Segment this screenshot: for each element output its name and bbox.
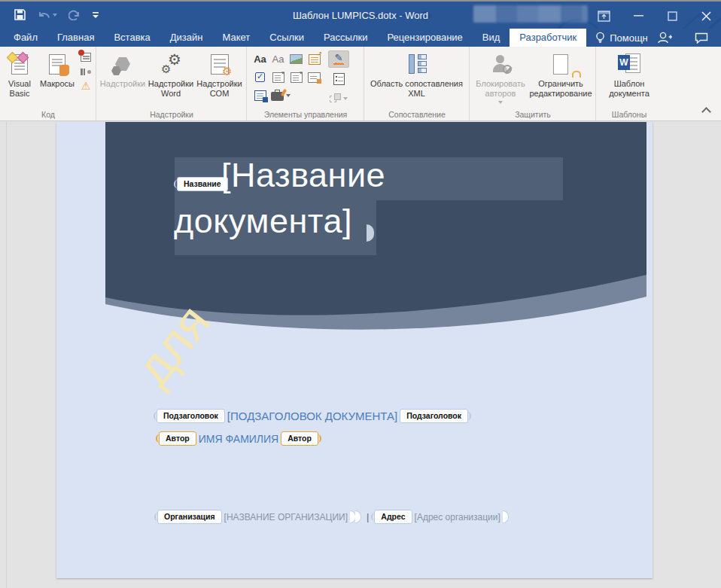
window-controls — [598, 2, 712, 30]
author-content-control: Автор ИМЯ ФАМИЛИЯ Автор — [159, 431, 318, 446]
word-app-window: { "titlebar": { "title": "Шаблон LUMPICS… — [0, 0, 721, 588]
word-addins-button[interactable]: ⚙ ⚙ Надстройки Word — [146, 49, 196, 101]
block-authors-button: Блокировать авторов — [473, 49, 528, 106]
word-addins-icon: ⚙ ⚙ — [158, 51, 184, 77]
code-small-buttons: ⚠ — [78, 49, 93, 94]
document-title-line1[interactable]: [Название — [221, 156, 385, 195]
design-mode-button[interactable]: ✎ — [328, 50, 349, 68]
share-person-icon[interactable] — [657, 32, 672, 44]
checkbox-control-button[interactable]: ✓ — [251, 69, 269, 86]
blurred-account-area — [473, 5, 588, 23]
group-label-addins: Надстройки — [96, 110, 247, 119]
tab-file[interactable]: Файл — [4, 29, 47, 47]
organization-placeholder-text[interactable]: [НАЗВАНИЕ ОРГАНИЗАЦИИ] — [224, 512, 348, 522]
org-address-separator: | — [367, 511, 369, 522]
maximize-button[interactable] — [668, 11, 677, 21]
com-addins-icon: ⚙ — [207, 51, 233, 77]
tell-me-label: Помощн — [610, 32, 648, 44]
document-title-line2[interactable]: документа] — [174, 202, 352, 241]
organization-end-bracket — [355, 510, 361, 523]
collapse-ribbon-button[interactable] — [702, 108, 711, 114]
tab-references[interactable]: Ссылки — [260, 29, 314, 47]
minimize-button[interactable] — [634, 14, 644, 17]
ribbon-spacer — [662, 47, 721, 120]
lightbulb-icon — [595, 32, 605, 44]
macros-icon — [44, 51, 70, 77]
xml-mapping-icon — [404, 51, 430, 77]
dropdown-list-control-button[interactable] — [287, 69, 305, 86]
window-left-edge — [6, 122, 7, 588]
subtitle-tag-open[interactable]: Подзаголовок — [157, 409, 225, 423]
document-template-icon: W — [616, 51, 642, 77]
block-authors-dropdown-icon — [498, 101, 503, 104]
subtitle-tag-close[interactable]: Подзаголовок — [400, 409, 468, 423]
group-label-protect: Защитить — [470, 110, 596, 119]
author-tag-close[interactable]: Автор — [281, 431, 318, 446]
tab-view[interactable]: Вид — [473, 29, 510, 47]
pause-recording-button[interactable] — [80, 67, 92, 76]
tab-layout[interactable]: Макет — [212, 29, 260, 47]
tell-me-box[interactable]: Помощн — [586, 29, 657, 47]
comment-icon[interactable] — [695, 32, 708, 44]
title-bar: Шаблон LUMPICS.dotx - Word — [0, 0, 721, 29]
organization-tag[interactable]: Организация — [157, 510, 222, 524]
tab-design[interactable]: Дизайн — [160, 29, 213, 47]
address-placeholder-text[interactable]: [Адрес организации] — [415, 512, 500, 522]
document-page[interactable]: Название [Название документа] для Подзаг… — [56, 122, 653, 578]
restrict-editing-button[interactable]: Ограничить редактирование — [528, 49, 593, 101]
close-button[interactable] — [701, 11, 712, 22]
author-tag-open[interactable]: Автор — [159, 431, 196, 446]
controls-grid: Aa Aa ↗ ✓ — [250, 49, 323, 104]
address-end-bracket — [503, 510, 509, 523]
record-macro-button[interactable] — [80, 52, 92, 62]
group-label-controls: Элементы управления — [247, 110, 364, 119]
document-template-button[interactable]: W Шаблон документа — [599, 49, 659, 101]
ribbon-developer: Visual Basic Макросы ⚠ — [0, 47, 721, 121]
visual-basic-button[interactable]: Visual Basic — [3, 49, 36, 101]
plain-text-control-button[interactable]: Aa — [269, 50, 287, 68]
combobox-control-button[interactable] — [269, 69, 287, 86]
date-picker-control-button[interactable] — [306, 69, 323, 86]
picture-control-button[interactable] — [287, 50, 305, 68]
macros-button[interactable]: Макросы — [36, 49, 78, 91]
restrict-editing-icon — [548, 51, 573, 77]
tab-mailings[interactable]: Рассылки — [314, 29, 377, 47]
tabrow-right-icons — [657, 29, 721, 47]
legacy-tools-button[interactable] — [269, 87, 305, 104]
visual-basic-icon — [7, 51, 32, 77]
controls-right-column: ✎ — [328, 49, 349, 107]
title-content-control-tag[interactable]: Название — [177, 177, 228, 191]
rich-text-control-button[interactable]: Aa — [251, 50, 269, 68]
group-control-button — [328, 90, 349, 107]
addins-icon — [110, 51, 135, 77]
building-block-gallery-button[interactable]: ↗ — [306, 50, 323, 68]
macro-security-button[interactable]: ⚠ — [80, 81, 92, 91]
organization-row: Организация [НАЗВАНИЕ ОРГАНИЗАЦИИ] | Адр… — [157, 510, 509, 524]
addins-button: Надстройки — [99, 49, 146, 91]
group-label-templates: Шаблоны — [596, 110, 662, 119]
tab-insert[interactable]: Вставка — [104, 29, 160, 47]
repeating-section-control-button[interactable] — [251, 87, 269, 104]
subtitle-placeholder-text[interactable]: [ПОДЗАГОЛОВОК ДОКУМЕНТА] — [227, 410, 397, 422]
address-tag[interactable]: Адрес — [374, 510, 412, 524]
tab-developer[interactable]: Разработчик — [510, 29, 586, 47]
com-addins-button[interactable]: ⚙ Надстройки COM — [196, 49, 243, 101]
subtitle-content-control: Подзаголовок [ПОДЗАГОЛОВОК ДОКУМЕНТА] По… — [157, 409, 468, 423]
author-placeholder-text[interactable]: ИМЯ ФАМИЛИЯ — [199, 433, 278, 445]
xml-mapping-pane-button[interactable]: Область сопоставления XML — [367, 49, 466, 101]
tab-review[interactable]: Рецензирование — [377, 29, 472, 47]
group-label-code: Код — [0, 110, 96, 119]
group-label-mapping: Сопоставление — [364, 110, 470, 119]
document-area: Название [Название документа] для Подзаг… — [0, 122, 721, 588]
control-properties-button[interactable] — [328, 70, 349, 87]
tab-home[interactable]: Главная — [47, 29, 104, 47]
block-authors-icon — [488, 51, 513, 77]
ribbon-display-options-button[interactable] — [598, 11, 610, 22]
ribbon-tab-bar: Файл Главная Вставка Дизайн Макет Ссылки… — [0, 29, 721, 47]
